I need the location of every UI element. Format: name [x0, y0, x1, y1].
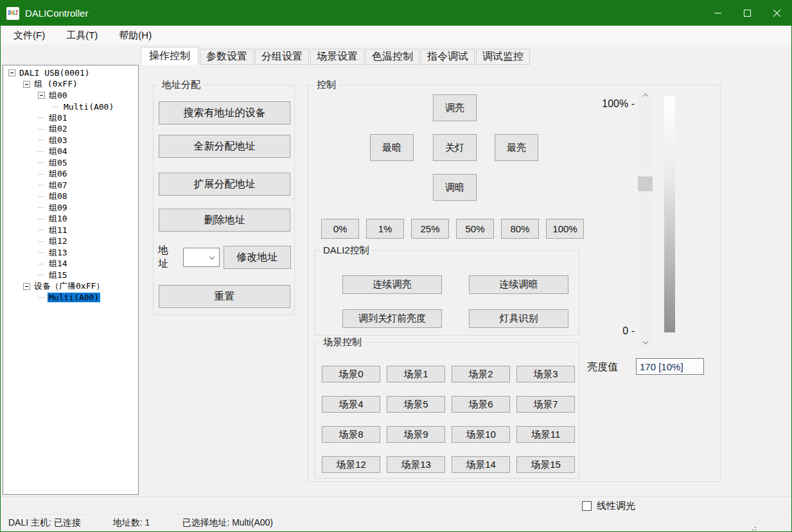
tree-expander-icon[interactable] — [23, 283, 30, 290]
tab[interactable]: 色温控制 — [365, 49, 419, 65]
percent-button[interactable]: 1% — [366, 219, 404, 239]
scene-button[interactable]: 场景13 — [387, 456, 445, 473]
tree-item[interactable]: 组05 — [3, 157, 138, 169]
scene-button[interactable]: 场景5 — [387, 396, 445, 413]
tree-expander-icon[interactable] — [38, 162, 45, 163]
tree-expander-icon[interactable] — [23, 81, 30, 88]
tree-item[interactable]: 组04 — [3, 146, 138, 158]
brightness-scrollbar[interactable] — [638, 89, 653, 348]
scrollbar-down-button[interactable] — [638, 337, 653, 348]
scene-button[interactable]: 场景3 — [516, 366, 575, 382]
percent-button[interactable]: 80% — [501, 219, 539, 239]
scene-button[interactable]: 场景6 — [452, 396, 510, 413]
percent-button[interactable]: 25% — [411, 219, 449, 239]
tree-item[interactable]: 组00 — [3, 90, 138, 101]
delete-address-button[interactable]: 删除地址 — [159, 209, 290, 232]
close-button[interactable] — [762, 1, 791, 26]
tree-item[interactable]: 组 (0xFF) — [3, 79, 138, 90]
tree-expander-icon[interactable] — [38, 151, 45, 152]
tree-item[interactable]: Multi(A00) — [3, 101, 138, 113]
minimize-button[interactable] — [703, 1, 732, 26]
tree-expander-icon[interactable] — [38, 241, 45, 242]
assign-new-address-button[interactable]: 全新分配地址 — [159, 135, 290, 158]
tree-expander-icon[interactable] — [38, 196, 45, 197]
dali2-button[interactable]: 灯具识别 — [469, 309, 568, 328]
tree-item[interactable]: 组09 — [3, 202, 138, 214]
tree-item[interactable]: 组10 — [3, 214, 138, 225]
tree-item[interactable]: Multi(A00) — [3, 292, 138, 304]
maximize-button[interactable] — [732, 1, 762, 26]
scene-button[interactable]: 场景15 — [516, 456, 575, 473]
extend-assign-address-button[interactable]: 扩展分配地址 — [159, 173, 290, 196]
tree-item[interactable]: 组06 — [3, 169, 138, 180]
tree-item[interactable]: 组14 — [3, 259, 138, 270]
scene-button[interactable]: 场景1 — [387, 366, 445, 382]
dim-button[interactable]: 调暗 — [433, 174, 477, 201]
dali2-button[interactable]: 连续调暗 — [469, 275, 568, 294]
tree-item[interactable]: 组02 — [3, 124, 138, 135]
tree-expander-icon[interactable] — [38, 275, 45, 275]
tree-expander-icon[interactable] — [38, 117, 45, 118]
tree-expander-icon[interactable] — [38, 264, 45, 264]
tree-item[interactable]: 组08 — [3, 191, 138, 203]
tab[interactable]: 分组设置 — [255, 49, 309, 65]
tree-item[interactable]: 组15 — [3, 270, 138, 281]
percent-button[interactable]: 50% — [456, 219, 494, 239]
brighten-button[interactable]: 调亮 — [433, 94, 477, 121]
scene-button[interactable]: 场景2 — [452, 366, 510, 382]
tree-expander-icon[interactable] — [38, 92, 45, 99]
scene-button[interactable]: 场景14 — [452, 456, 510, 473]
menu-item[interactable]: 工具(T) — [58, 27, 105, 44]
scene-button[interactable]: 场景10 — [452, 426, 510, 443]
linear-dimming-option[interactable]: 线性调光 — [582, 500, 635, 512]
tree-item[interactable]: 组03 — [3, 135, 138, 146]
tree-expander-icon[interactable] — [8, 69, 15, 76]
tree-item[interactable]: 组11 — [3, 225, 138, 236]
tree-expander-icon[interactable] — [38, 129, 45, 130]
tree-expander-icon[interactable] — [53, 107, 60, 107]
reset-button[interactable]: 重置 — [159, 285, 290, 308]
tree-item[interactable]: 组13 — [3, 247, 138, 259]
tree-expander-icon[interactable] — [38, 207, 45, 208]
resize-grip[interactable] — [755, 527, 756, 528]
menu-item[interactable]: 帮助(H) — [111, 27, 159, 44]
tab[interactable]: 操作控制 — [141, 47, 198, 65]
scene-button[interactable]: 场景11 — [516, 426, 575, 443]
brightest-button[interactable]: 最亮 — [495, 134, 538, 161]
tree-expander-icon[interactable] — [38, 230, 45, 230]
tree-item[interactable]: 组12 — [3, 236, 138, 248]
percent-button[interactable]: 100% — [546, 219, 584, 239]
light-off-button[interactable]: 关灯 — [433, 134, 477, 161]
tree-item[interactable]: 组07 — [3, 180, 138, 191]
tab[interactable]: 指令调试 — [421, 49, 475, 65]
tree-item[interactable]: DALI USB(0001) — [3, 67, 138, 79]
tree-expander-icon[interactable] — [38, 174, 45, 175]
scene-button[interactable]: 场景12 — [322, 456, 380, 473]
dali2-button[interactable]: 调到关灯前亮度 — [342, 309, 442, 328]
menu-item[interactable]: 文件(F) — [6, 27, 53, 44]
tree-item[interactable]: 组01 — [3, 112, 138, 124]
scrollbar-up-button[interactable] — [638, 89, 653, 100]
percent-button[interactable]: 0% — [321, 219, 359, 239]
address-combobox[interactable] — [183, 248, 220, 267]
scene-button[interactable]: 场景7 — [516, 396, 575, 413]
tree-expander-icon[interactable] — [38, 252, 45, 253]
brightness-value-field[interactable] — [636, 358, 704, 375]
scene-button[interactable]: 场景8 — [322, 426, 380, 443]
tree-expander-icon[interactable] — [38, 219, 45, 219]
tab[interactable]: 调试监控 — [476, 49, 530, 65]
scene-button[interactable]: 场景4 — [322, 396, 380, 413]
tree-item[interactable]: 设备（广播0xFF） — [3, 281, 138, 293]
dali2-button[interactable]: 连续调亮 — [342, 275, 442, 294]
tree-expander-icon[interactable] — [38, 297, 45, 298]
scene-button[interactable]: 场景0 — [322, 366, 380, 382]
search-addressed-devices-button[interactable]: 搜索有地址的设备 — [159, 101, 290, 124]
scene-button[interactable]: 场景9 — [387, 426, 445, 443]
tree-expander-icon[interactable] — [38, 140, 45, 141]
scrollbar-thumb[interactable] — [638, 176, 653, 191]
dimmest-button[interactable]: 最暗 — [370, 134, 414, 161]
tab[interactable]: 场景设置 — [310, 49, 364, 65]
modify-address-button[interactable]: 修改地址 — [224, 246, 291, 269]
tree-expander-icon[interactable] — [38, 185, 45, 185]
linear-dimming-checkbox[interactable] — [582, 501, 592, 511]
